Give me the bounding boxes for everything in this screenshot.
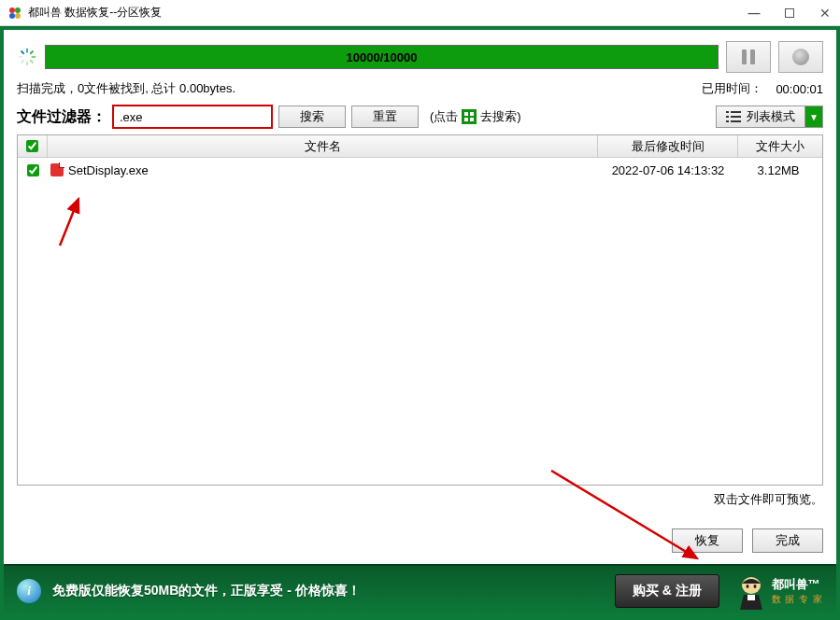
- view-mode-dropdown[interactable]: 列表模式 ▼: [716, 106, 823, 128]
- table-header: 文件名 最后修改时间 文件大小: [18, 135, 822, 158]
- filter-hint: (点击 去搜索): [430, 108, 521, 125]
- svg-point-1: [15, 7, 21, 13]
- file-size: 3.12MB: [738, 163, 819, 177]
- recover-button[interactable]: 恢复: [672, 528, 743, 553]
- brand-slogan: 数 据 专 家: [772, 593, 823, 606]
- elapsed-label: 已用时间：: [702, 80, 762, 97]
- brand-logo: 都叫兽™ 数 据 专 家: [734, 572, 823, 610]
- elapsed-time: 00:00:01: [776, 82, 823, 96]
- search-button[interactable]: 搜索: [278, 106, 346, 128]
- svg-point-3: [15, 13, 21, 19]
- mascot-icon: [734, 572, 768, 610]
- svg-rect-8: [26, 62, 28, 66]
- svg-rect-18: [731, 111, 741, 113]
- svg-rect-10: [19, 56, 23, 58]
- svg-point-27: [753, 585, 756, 588]
- done-button[interactable]: 完成: [752, 528, 823, 553]
- table-row[interactable]: SetDisplay.exe 2022-07-06 14:13:32 3.12M…: [18, 158, 822, 182]
- svg-rect-16: [470, 118, 474, 121]
- svg-rect-20: [731, 116, 741, 118]
- preview-hint: 双击文件即可预览。: [17, 491, 823, 508]
- footer-text: 免费版仅能恢复50MB的文件，正版享受 - 价格惊喜！: [52, 583, 615, 599]
- maximize-button[interactable]: [782, 6, 797, 21]
- search-hint-icon: [462, 109, 477, 124]
- info-icon: i: [17, 579, 41, 603]
- svg-rect-21: [726, 120, 729, 122]
- file-date: 2022-07-06 14:13:32: [598, 163, 738, 177]
- scan-status-text: 扫描完成，0文件被找到, 总计 0.00bytes.: [17, 80, 702, 97]
- svg-rect-6: [32, 56, 36, 58]
- svg-rect-14: [470, 112, 474, 116]
- stop-button[interactable]: [778, 41, 823, 73]
- reset-button[interactable]: 重置: [351, 106, 419, 128]
- col-date[interactable]: 最后修改时间: [598, 135, 738, 157]
- brand-name: 都叫兽™: [772, 576, 823, 593]
- spinner-icon: [17, 47, 37, 67]
- exe-file-icon: [50, 163, 64, 176]
- col-size[interactable]: 文件大小: [738, 135, 822, 157]
- svg-rect-7: [30, 60, 35, 64]
- svg-point-0: [9, 7, 15, 13]
- svg-rect-13: [464, 112, 468, 116]
- svg-rect-17: [726, 111, 729, 113]
- col-name[interactable]: 文件名: [48, 135, 598, 157]
- buy-register-button[interactable]: 购买 & 注册: [615, 574, 719, 608]
- pause-button[interactable]: [726, 41, 771, 73]
- svg-rect-12: [462, 109, 477, 124]
- svg-point-26: [746, 585, 748, 588]
- filter-label: 文件过滤器：: [17, 107, 107, 127]
- window-title: 都叫兽 数据恢复--分区恢复: [28, 5, 747, 21]
- progress-text: 10000/10000: [347, 50, 418, 64]
- footer-bar: i 免费版仅能恢复50MB的文件，正版享受 - 价格惊喜！ 购买 & 注册 都叫…: [4, 564, 836, 616]
- file-table: 文件名 最后修改时间 文件大小 SetDisplay.exe 2022-07-0…: [17, 134, 823, 486]
- app-icon: [7, 6, 22, 21]
- svg-rect-4: [26, 49, 28, 53]
- minimize-button[interactable]: [747, 6, 762, 21]
- progress-bar: 10000/10000: [45, 45, 719, 69]
- row-checkbox[interactable]: [27, 164, 39, 176]
- stop-icon: [792, 49, 809, 65]
- filter-input[interactable]: [112, 105, 273, 129]
- svg-rect-9: [21, 60, 25, 64]
- view-mode-label: 列表模式: [747, 108, 795, 125]
- svg-rect-19: [726, 116, 729, 118]
- titlebar: 都叫兽 数据恢复--分区恢复: [0, 0, 840, 26]
- file-name: SetDisplay.exe: [66, 163, 598, 177]
- svg-rect-15: [464, 118, 468, 121]
- svg-point-2: [9, 13, 15, 19]
- header-checkbox[interactable]: [26, 140, 38, 152]
- svg-rect-5: [30, 50, 35, 55]
- svg-rect-22: [731, 120, 741, 122]
- close-button[interactable]: [818, 6, 833, 21]
- pause-icon: [742, 49, 755, 64]
- list-icon: [726, 110, 741, 123]
- svg-rect-11: [21, 50, 25, 55]
- chevron-down-icon: ▼: [805, 106, 822, 127]
